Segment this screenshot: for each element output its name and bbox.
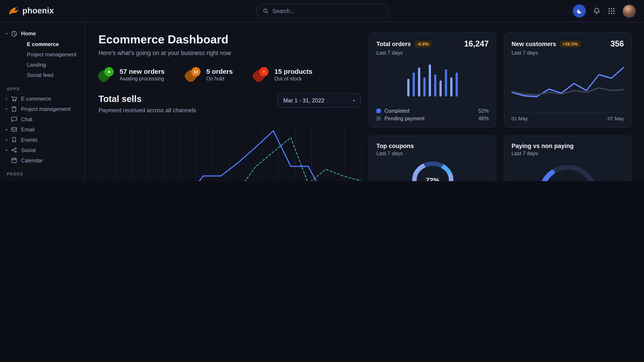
stat-new-orders: ★ 57 new orders Awating processing xyxy=(98,67,165,81)
sidebar-subitem-ecommerce[interactable]: E commerce xyxy=(0,39,84,50)
chevron-right-icon: ▸ xyxy=(6,127,11,131)
page-subtitle: Here's what's going on at your business … xyxy=(98,49,361,57)
sidebar-item-social[interactable]: ▸ Social xyxy=(0,145,84,155)
search-icon xyxy=(262,8,268,14)
phoenix-logo-icon xyxy=(8,5,19,16)
top-coupons-card: Top coupons Last 7 days 72% Percentage d… xyxy=(369,135,496,181)
stat-out-of-stock: × 15 products Out of stock xyxy=(253,67,312,81)
total-sells-chart xyxy=(98,123,361,181)
main-content: Ecommerce Dashboard Here's what's going … xyxy=(85,22,644,181)
moon-icon xyxy=(576,8,582,14)
donut-center-label: 72% xyxy=(426,176,439,181)
total-sells-title: Total sells xyxy=(98,93,196,105)
total-orders-bar-chart xyxy=(376,63,489,97)
global-search[interactable] xyxy=(256,3,388,18)
out-of-stock-x-icon: × xyxy=(253,67,268,81)
notifications-button[interactable] xyxy=(593,7,600,15)
sidebar-item-home[interactable]: ▾ Home xyxy=(0,28,84,39)
new-customers-value: 356 xyxy=(610,39,624,49)
bookmark-icon xyxy=(11,136,18,143)
sidebar-item-ecommerce-app[interactable]: ▸ E commerce xyxy=(0,93,84,104)
cart-icon xyxy=(11,95,18,102)
app-window: phoenix ▾ Home E commerce Project mana xyxy=(0,0,644,181)
chevron-right-icon: ▸ xyxy=(6,107,11,111)
chat-icon xyxy=(11,116,18,122)
calendar-icon xyxy=(11,157,18,164)
sidebar-subitem-landing[interactable]: Landing xyxy=(0,60,84,70)
clipboard-icon xyxy=(11,105,18,112)
sidebar-subitem-project-management[interactable]: Project management xyxy=(0,50,84,60)
mail-icon xyxy=(11,126,18,133)
sidebar-item-starter[interactable]: Starter xyxy=(0,178,84,181)
top-coupons-donut-chart: 72% xyxy=(412,161,453,181)
sidebar-item-events[interactable]: ▸ Events xyxy=(0,135,84,145)
search-input[interactable] xyxy=(272,8,382,14)
paying-vs-non-paying-card: Paying vs non paying Last 7 days Paying … xyxy=(504,135,632,181)
sidebar-section-apps: APPS xyxy=(7,86,84,91)
sidebar-section-pages: PAGES xyxy=(7,171,84,176)
share-icon xyxy=(11,147,18,153)
stats-row: ★ 57 new orders Awating processing 5 ord… xyxy=(98,67,361,81)
page-title: Ecommerce Dashboard xyxy=(98,32,361,46)
legend-completed: Completed 52% xyxy=(376,108,489,114)
sidebar: ▾ Home E commerce Project management Lan… xyxy=(0,22,85,181)
paying-gauge-chart xyxy=(512,161,624,181)
chevron-right-icon: ▸ xyxy=(6,148,11,152)
total-orders-card: Total orders -6.8% 16,247 Last 7 days Co… xyxy=(369,32,496,127)
total-orders-change-badge: -6.8% xyxy=(414,41,432,47)
brand-logo[interactable]: phoenix xyxy=(8,5,54,16)
caret-down-icon: ▾ xyxy=(6,31,11,35)
bell-icon xyxy=(593,7,600,15)
new-customers-card: New customers +26.5% 356 Last 7 days 01 … xyxy=(504,32,632,127)
user-avatar[interactable] xyxy=(622,4,636,18)
sidebar-item-calendar[interactable]: Calendar xyxy=(0,155,84,165)
chevron-right-icon: ▸ xyxy=(6,138,11,142)
stat-orders-on-hold: 5 orders On hold xyxy=(185,67,233,81)
grid-dots-icon xyxy=(608,7,615,15)
new-customers-line-chart xyxy=(512,62,624,112)
apps-grid-button[interactable] xyxy=(608,7,615,15)
topbar: phoenix xyxy=(0,0,644,22)
sidebar-item-label: Home xyxy=(21,30,36,37)
chevron-down-icon: ▾ xyxy=(353,98,355,103)
chevron-right-icon: ▸ xyxy=(6,97,11,101)
sidebar-subitem-social-feed[interactable]: Social feed xyxy=(0,70,84,80)
legend-pending-payment: Pending payment 48% xyxy=(376,116,489,121)
theme-toggle-button[interactable] xyxy=(573,4,586,17)
circle-icon xyxy=(11,180,18,181)
new-customers-change-badge: +26.5% xyxy=(560,41,580,47)
pie-chart-icon xyxy=(11,30,18,37)
sidebar-item-project-management-app[interactable]: ▸ Project management xyxy=(0,104,84,114)
on-hold-pause-icon xyxy=(185,67,200,81)
new-orders-icon: ★ xyxy=(98,67,114,81)
sidebar-item-chat[interactable]: Chat xyxy=(0,114,84,124)
date-range-select[interactable]: Mar 1 - 31, 2022 ▾ xyxy=(278,93,361,108)
sidebar-item-email[interactable]: ▸ Email xyxy=(0,124,84,135)
new-customers-x-axis: 01 May 07 May xyxy=(512,112,624,121)
total-sells-subtitle: Payment received across all channels xyxy=(98,106,196,114)
brand-name: phoenix xyxy=(22,6,54,16)
total-orders-value: 16,247 xyxy=(464,39,489,49)
